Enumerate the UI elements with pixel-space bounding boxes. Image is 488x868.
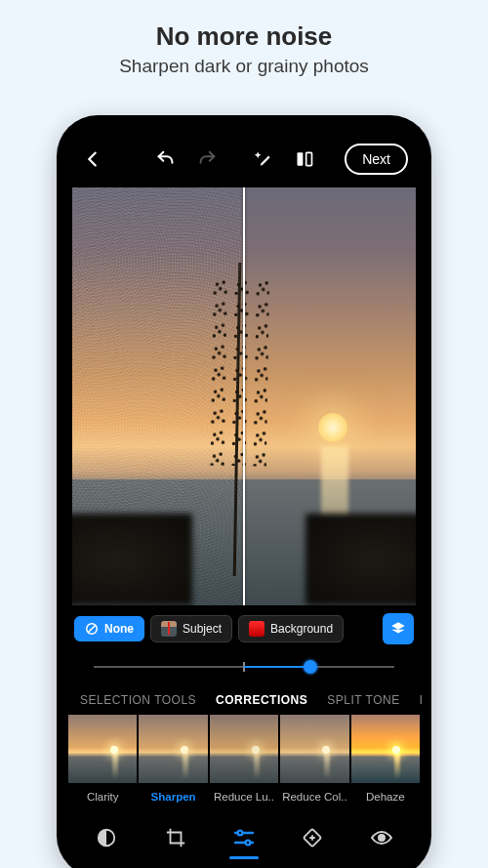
app-screen: Next None Subject B xyxy=(66,125,422,867)
thumb-img xyxy=(210,715,278,783)
undo-button[interactable] xyxy=(149,143,183,176)
thumb-label: Reduce Col.. xyxy=(282,783,346,808)
promo-subtitle: Sharpen dark or grainy photos xyxy=(0,52,488,77)
phone-notch xyxy=(205,125,283,143)
svg-line-3 xyxy=(88,625,96,633)
next-button[interactable]: Next xyxy=(345,144,408,175)
foreground-bush-right xyxy=(305,514,416,605)
tab-hsl[interactable]: HSL xyxy=(420,693,422,707)
compare-divider[interactable] xyxy=(243,187,245,605)
back-button[interactable] xyxy=(76,143,109,176)
thumb-dehaze[interactable]: Dehaze xyxy=(351,715,420,808)
svg-rect-0 xyxy=(298,152,304,165)
subject-swatch-icon xyxy=(161,621,177,637)
bottom-nav xyxy=(66,808,422,867)
slider-thumb[interactable] xyxy=(304,660,317,674)
before-noise-overlay xyxy=(72,187,244,605)
mask-none-label: None xyxy=(104,622,134,636)
thumb-label: Clarity xyxy=(87,783,119,808)
nav-heal-button[interactable] xyxy=(293,820,332,855)
mask-background-pill[interactable]: Background xyxy=(238,615,344,642)
thumb-img xyxy=(139,715,207,783)
correction-thumbs: Clarity Sharpen Reduce Lu.. Reduce Col..… xyxy=(66,715,422,808)
background-swatch-icon xyxy=(249,621,264,637)
thumb-label: Dehaze xyxy=(366,783,405,808)
adjust-slider[interactable] xyxy=(94,658,394,676)
photo-preview[interactable] xyxy=(72,187,416,605)
promo-title: No more noise xyxy=(0,0,488,52)
nav-crop-button[interactable] xyxy=(156,820,195,855)
thumb-img xyxy=(351,715,420,783)
auto-enhance-button[interactable] xyxy=(247,143,280,176)
svg-point-6 xyxy=(238,831,243,836)
mask-subject-label: Subject xyxy=(183,622,222,636)
nav-looks-button[interactable] xyxy=(87,820,126,855)
tab-selection-tools[interactable]: SELECTION TOOLS xyxy=(80,693,196,707)
adjust-slider-row xyxy=(66,648,422,682)
thumb-label: Sharpen xyxy=(151,783,196,808)
mask-row: None Subject Background xyxy=(66,605,422,648)
compare-button[interactable] xyxy=(288,143,321,176)
phone-frame: Next None Subject B xyxy=(57,115,431,868)
thumb-clarity[interactable]: Clarity xyxy=(68,715,137,808)
tab-split-tone[interactable]: SPLIT TONE xyxy=(327,693,399,707)
mask-background-label: Background xyxy=(270,622,333,636)
slider-fill xyxy=(244,666,310,668)
mask-none-pill[interactable]: None xyxy=(74,616,144,641)
thumb-reduce-color[interactable]: Reduce Col.. xyxy=(280,715,348,808)
svg-rect-1 xyxy=(306,152,312,165)
nav-adjust-button[interactable] xyxy=(224,820,264,855)
thumb-label: Reduce Lu.. xyxy=(214,783,274,808)
thumb-reduce-luminance[interactable]: Reduce Lu.. xyxy=(210,715,278,808)
mask-subject-pill[interactable]: Subject xyxy=(150,615,232,642)
category-tabs: SELECTION TOOLS CORRECTIONS SPLIT TONE H… xyxy=(66,682,422,715)
svg-point-8 xyxy=(246,841,251,846)
thumb-img xyxy=(68,715,137,783)
thumb-sharpen[interactable]: Sharpen xyxy=(139,715,207,808)
nav-redeye-button[interactable] xyxy=(362,820,401,855)
layers-button[interactable] xyxy=(383,613,414,644)
thumb-img xyxy=(280,715,348,783)
tab-corrections[interactable]: CORRECTIONS xyxy=(216,693,307,707)
redo-button[interactable] xyxy=(190,143,224,176)
sun xyxy=(318,413,347,442)
svg-point-12 xyxy=(379,835,385,841)
